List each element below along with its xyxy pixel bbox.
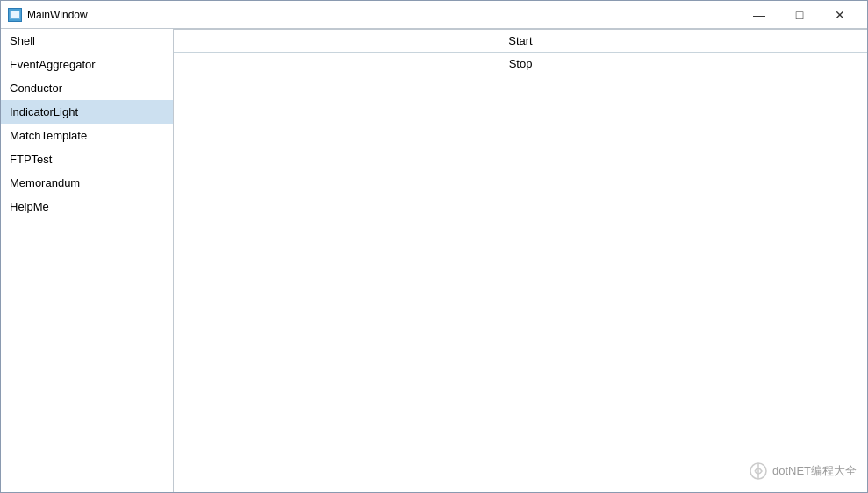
watermark: dotNET编程大全: [748, 461, 857, 482]
main-window: MainWindow — □ ✕ ShellEventAggregatorCon…: [0, 0, 868, 493]
sidebar-item-helpme[interactable]: HelpMe: [1, 195, 173, 218]
sidebar-item-matchtemplate[interactable]: MatchTemplate: [1, 124, 173, 147]
start-button[interactable]: Start: [174, 30, 867, 53]
maximize-button[interactable]: □: [779, 3, 820, 27]
sidebar-item-shell[interactable]: Shell: [1, 29, 173, 53]
sidebar-item-indicatorlight[interactable]: IndicatorLight: [1, 100, 173, 124]
window-title: MainWindow: [27, 9, 88, 21]
stop-button[interactable]: Stop: [174, 53, 867, 75]
buttons-container: StartStop: [174, 29, 867, 75]
sidebar-item-memorandum[interactable]: Memorandum: [1, 171, 173, 195]
sidebar-item-conductor[interactable]: Conductor: [1, 76, 173, 100]
content-area: ShellEventAggregatorConductorIndicatorLi…: [1, 29, 867, 492]
window-icon: [8, 8, 22, 22]
sidebar: ShellEventAggregatorConductorIndicatorLi…: [1, 29, 174, 492]
main-content: StartStop dotNET编程大全: [174, 29, 867, 492]
sidebar-item-ftptest[interactable]: FTPTest: [1, 147, 173, 171]
watermark-text: dotNET编程大全: [772, 463, 857, 479]
title-bar-controls: — □ ✕: [739, 3, 860, 27]
title-bar: MainWindow — □ ✕: [1, 1, 867, 29]
watermark-icon: [748, 461, 769, 482]
sidebar-item-eventaggregator[interactable]: EventAggregator: [1, 53, 173, 76]
minimize-button[interactable]: —: [739, 3, 779, 27]
title-bar-left: MainWindow: [8, 8, 88, 22]
close-button[interactable]: ✕: [820, 3, 860, 27]
